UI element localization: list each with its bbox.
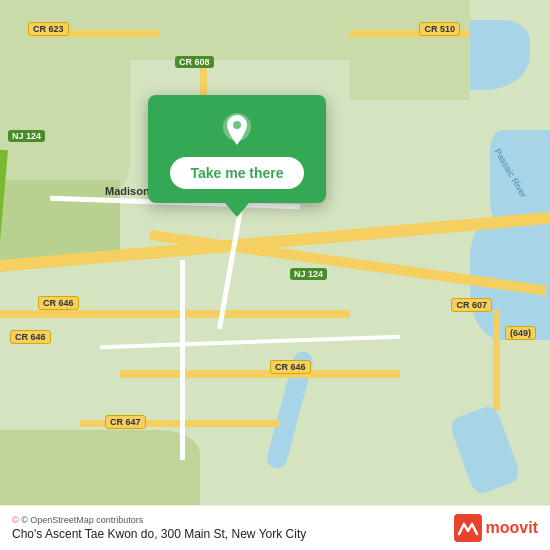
road-cr646-top xyxy=(0,310,350,318)
road-cr607 xyxy=(493,310,500,410)
road-label-cr510: CR 510 xyxy=(419,22,460,36)
road-label-cr649: (649) xyxy=(505,326,536,340)
road-label-nj124-mid: NJ 124 xyxy=(290,268,327,280)
moovit-logo: moovit xyxy=(454,514,538,542)
road-cr646-bottom xyxy=(120,370,400,378)
road-label-cr608: CR 608 xyxy=(175,56,214,68)
moovit-label: moovit xyxy=(486,519,538,537)
popup-card: Take me there xyxy=(148,95,326,203)
road-label-cr646-right: CR 646 xyxy=(270,360,311,374)
address-text: Cho's Ascent Tae Kwon do, 300 Main St, N… xyxy=(12,527,306,541)
city-label-madison: Madison xyxy=(105,185,150,197)
road-white-3 xyxy=(180,260,185,460)
svg-rect-1 xyxy=(454,514,482,542)
green-area-park xyxy=(0,180,120,260)
bottom-bar: © © OpenStreetMap contributors Cho's Asc… xyxy=(0,505,550,550)
road-label-cr646-left: CR 646 xyxy=(38,296,79,310)
osm-credit: © © OpenStreetMap contributors xyxy=(12,515,306,525)
location-pin-icon xyxy=(219,111,255,147)
road-label-cr647: CR 647 xyxy=(105,415,146,429)
road-label-cr623: CR 623 xyxy=(28,22,69,36)
green-area-top-right xyxy=(350,0,470,100)
road-label-cr607: CR 607 xyxy=(451,298,492,312)
bottom-left-info: © © OpenStreetMap contributors Cho's Asc… xyxy=(12,515,306,541)
map-container: CR 623 CR 608 CR 510 NJ 124 CR 646 CR 64… xyxy=(0,0,550,550)
road-label-cr646-left2: CR 646 xyxy=(10,330,51,344)
road-label-nj124-left: NJ 124 xyxy=(8,130,45,142)
take-me-there-button[interactable]: Take me there xyxy=(170,157,303,189)
osm-text: © OpenStreetMap contributors xyxy=(21,515,143,525)
osm-icon: © xyxy=(12,515,19,525)
moovit-icon xyxy=(454,514,482,542)
